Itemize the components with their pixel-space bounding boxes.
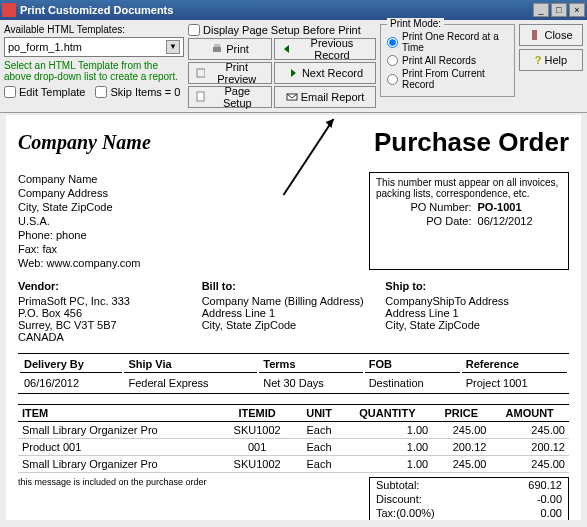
billto-block: Bill to: Company Name (Billing Address) … xyxy=(202,280,386,343)
title-bar: Print Customized Documents _ □ × xyxy=(0,0,587,20)
templates-label: Available HTML Templates: xyxy=(4,24,184,35)
email-icon xyxy=(286,91,298,103)
app-icon xyxy=(2,3,16,17)
toolbar: Available HTML Templates: po_form_1.htm … xyxy=(0,20,587,113)
print-mode-legend: Print Mode: xyxy=(387,18,444,29)
edit-template-checkbox[interactable]: Edit Template xyxy=(4,86,85,98)
help-button[interactable]: ?Help xyxy=(519,49,583,71)
mode-all-radio[interactable]: Print All Records xyxy=(387,55,508,66)
mode-one-radio[interactable]: Print One Record at a Time xyxy=(387,31,508,53)
printer-icon xyxy=(211,43,223,55)
shipping-table: Delivery By Ship Via Terms FOB Reference… xyxy=(18,353,569,394)
svg-rect-0 xyxy=(213,47,221,52)
minimize-button[interactable]: _ xyxy=(533,3,549,17)
svg-rect-1 xyxy=(214,44,220,47)
display-setup-checkbox[interactable]: Display Page Setup Before Print xyxy=(188,24,376,36)
previous-record-button[interactable]: Previous Record xyxy=(274,38,376,60)
totals-box: Subtotal:690.12 Discount:-0.00 Tax:(0.00… xyxy=(369,477,569,520)
page-setup-button[interactable]: Page Setup xyxy=(188,86,272,108)
shipto-block: Ship to: CompanyShipTo Address Address L… xyxy=(385,280,569,343)
maximize-button[interactable]: □ xyxy=(551,3,567,17)
document-title: Purchase Order xyxy=(374,127,569,158)
next-icon xyxy=(287,67,299,79)
next-record-button[interactable]: Next Record xyxy=(274,62,376,84)
preview-icon xyxy=(195,67,205,79)
template-dropdown[interactable]: po_form_1.htm ▼ xyxy=(4,37,184,57)
po-number-box: This number must appear on all invoices,… xyxy=(369,172,569,270)
items-table: ITEM ITEMID UNIT QUANTITY PRICE AMOUNT S… xyxy=(18,404,569,473)
previous-icon xyxy=(281,43,292,55)
door-icon xyxy=(529,29,541,41)
skip-items-checkbox[interactable]: Skip Items = 0 xyxy=(95,86,180,98)
table-row: Small Library Organizer ProSKU1002Each1.… xyxy=(18,422,569,439)
table-row: Small Library Organizer ProSKU1002Each1.… xyxy=(18,456,569,473)
mode-from-radio[interactable]: Print From Current Record xyxy=(387,68,508,90)
svg-rect-3 xyxy=(197,92,204,101)
company-name-header: Company Name xyxy=(18,131,151,154)
print-mode-group: Print Mode: Print One Record at a Time P… xyxy=(380,24,515,97)
svg-rect-5 xyxy=(532,30,537,40)
close-window-button[interactable]: × xyxy=(569,3,585,17)
print-button[interactable]: Print xyxy=(188,38,272,60)
template-hint: Select an HTML Template from the above d… xyxy=(4,60,184,82)
report-preview: Company Name Purchase Order Company Name… xyxy=(6,115,581,520)
print-preview-button[interactable]: Print Preview xyxy=(188,62,272,84)
email-report-button[interactable]: Email Report xyxy=(274,86,376,108)
page-setup-icon xyxy=(195,91,207,103)
vendor-block: Vendor: PrimaSoft PC, Inc. 333 P.O. Box … xyxy=(18,280,202,343)
help-icon: ? xyxy=(535,54,542,66)
table-row: Product 001001Each1.00200.12200.12 xyxy=(18,439,569,456)
window-title: Print Customized Documents xyxy=(20,4,531,16)
company-info: Company Name Company Address City, State… xyxy=(18,172,140,270)
footer-message: this message is included on the purchase… xyxy=(18,477,207,487)
chevron-down-icon: ▼ xyxy=(166,40,180,54)
close-button[interactable]: Close xyxy=(519,24,583,46)
svg-rect-2 xyxy=(197,69,205,77)
template-selected: po_form_1.htm xyxy=(8,41,166,53)
